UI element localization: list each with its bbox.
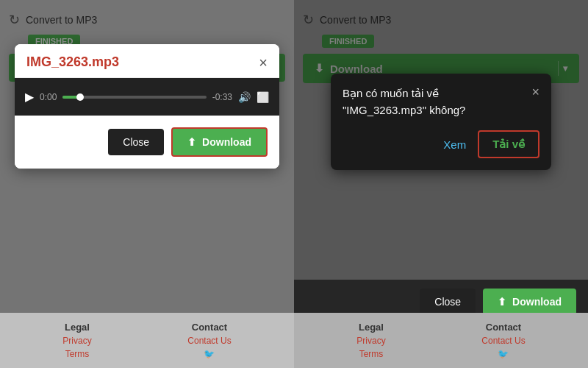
progress-bar[interactable] [62, 96, 206, 99]
right-privacy-link[interactable]: Privacy [356, 336, 385, 346]
right-twitter-icon[interactable]: 🐦 [498, 349, 509, 359]
download-icon: ⬆ [187, 136, 196, 148]
progress-fill [62, 96, 79, 99]
xem-button[interactable]: Xem [443, 138, 466, 151]
total-time: -0:33 [212, 92, 232, 102]
progress-thumb [76, 93, 84, 101]
confirm-line2: "IMG_3263.mp3" không? [343, 104, 465, 116]
terms-link[interactable]: Terms [65, 349, 90, 359]
privacy-link[interactable]: Privacy [62, 336, 91, 346]
right-download-button[interactable]: ⬆ Download [483, 289, 576, 315]
left-footer: Legal Privacy Terms Contact Contact Us 🐦 [0, 313, 294, 368]
modal-footer: Close ⬆ Download [15, 116, 279, 169]
modal-close-button[interactable]: × [259, 55, 268, 70]
left-panel: ↻ Convert to MP3 FINISHED ⬇ Download IMG… [0, 0, 294, 368]
current-time: 0:00 [40, 92, 57, 102]
right-legal-heading: Legal [359, 322, 384, 333]
play-button[interactable]: ▶ [25, 90, 34, 104]
right-terms-link[interactable]: Terms [359, 349, 384, 359]
contact-us-link[interactable]: Contact Us [187, 336, 231, 346]
confirm-actions: Xem Tải về [343, 130, 539, 158]
left-modal: IMG_3263.mp3 × ▶ 0:00 -0:33 🔊 ⬜ Close ⬆ [15, 44, 279, 169]
audio-player: ▶ 0:00 -0:33 🔊 ⬜ [15, 78, 279, 116]
right-contact-col: Contact Contact Us 🐦 [481, 322, 525, 359]
tai-ve-button[interactable]: Tải về [478, 130, 539, 158]
contact-heading: Contact [192, 322, 227, 333]
confirm-message: Bạn có muốn tải về "IMG_3263.mp3" không? [343, 85, 526, 118]
legal-col: Legal Privacy Terms [62, 322, 91, 359]
right-footer: Legal Privacy Terms Contact Contact Us 🐦 [294, 313, 588, 368]
legal-heading: Legal [65, 322, 90, 333]
right-legal-col: Legal Privacy Terms [356, 322, 385, 359]
confirm-close-button[interactable]: × [531, 85, 539, 99]
twitter-icon[interactable]: 🐦 [204, 349, 215, 359]
cast-icon[interactable]: ⬜ [257, 91, 269, 103]
download-button-label: Download [202, 136, 251, 148]
right-close-button[interactable]: Close [420, 289, 476, 315]
right-download-button-label: Download [512, 296, 562, 308]
close-button[interactable]: Close [108, 129, 164, 155]
confirm-header: Bạn có muốn tải về "IMG_3263.mp3" không?… [343, 85, 539, 118]
confirm-line1: Bạn có muốn tải về [343, 87, 439, 99]
right-panel: ↻ Convert to MP3 FINISHED ⬇ Download ▾ B… [294, 0, 588, 368]
volume-icon[interactable]: 🔊 [238, 91, 251, 103]
modal-title: IMG_3263.mp3 [26, 54, 119, 70]
modal-header: IMG_3263.mp3 × [15, 44, 279, 78]
right-download-icon: ⬆ [498, 296, 506, 308]
download-button[interactable]: ⬆ Download [171, 127, 268, 157]
confirm-dialog: Bạn có muốn tải về "IMG_3263.mp3" không?… [331, 74, 551, 170]
right-contact-us-link[interactable]: Contact Us [481, 336, 525, 346]
right-contact-heading: Contact [486, 322, 521, 333]
contact-col: Contact Contact Us 🐦 [187, 322, 231, 359]
